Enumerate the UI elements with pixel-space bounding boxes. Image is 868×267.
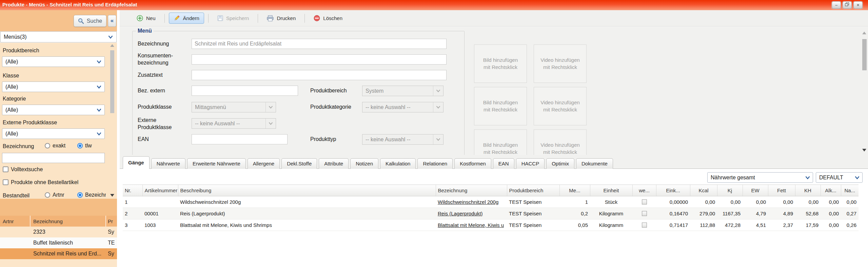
- bezeichnung-search-input[interactable]: [2, 153, 105, 163]
- produktbereich-dropdown[interactable]: System: [362, 86, 443, 96]
- col-nr[interactable]: Nr.: [123, 185, 142, 196]
- radio-tlw[interactable]: tlw: [77, 143, 92, 149]
- tab-allergene[interactable]: Allergene: [248, 158, 280, 169]
- cell-kcal: 0,00: [690, 196, 717, 208]
- tab-notizen[interactable]: Notizen: [350, 158, 378, 169]
- tab-kostformen[interactable]: Kostformen: [454, 158, 491, 169]
- result-row[interactable]: 2323 Sy: [0, 227, 117, 237]
- col-na[interactable]: Na...: [841, 185, 859, 196]
- ean-input[interactable]: [192, 134, 288, 144]
- bild-placeholder[interactable]: Bild hinzufügen mit Rechtsklick: [474, 44, 527, 83]
- col-bezeichnung[interactable]: Bezeichnung: [436, 185, 507, 196]
- panel-scrollbar[interactable]: [862, 31, 867, 152]
- row-checkbox[interactable]: [642, 211, 647, 216]
- table-row[interactable]: 2 00001 Reis (Lagerprodukt) Reis (Lagerp…: [123, 208, 859, 219]
- col-alk[interactable]: Alk...: [821, 185, 841, 196]
- radio-bezeichnung[interactable]: Bezeichn: [77, 192, 106, 198]
- label-externe-produktklasse: Externe Produktklasse: [138, 117, 189, 131]
- produktkategorie-dropdown[interactable]: -- keine Auswahl --: [362, 102, 443, 112]
- video-placeholder[interactable]: Video hinzufügen mit Rechtsklick: [534, 129, 587, 155]
- minimize-button[interactable]: –: [832, 1, 841, 9]
- bezeichnung-input[interactable]: [192, 39, 447, 49]
- scroll-down-icon[interactable]: [110, 194, 114, 197]
- edit-button[interactable]: Ändern: [169, 13, 204, 24]
- product-link[interactable]: Reis (Lagerprodukt): [438, 211, 483, 216]
- tab-relationen[interactable]: Relationen: [417, 158, 453, 169]
- close-button[interactable]: ×: [853, 1, 863, 9]
- checkbox-volltextsuche[interactable]: Volltextsuche: [3, 166, 43, 173]
- tab-dekl-stoffe[interactable]: Dekl.Stoffe: [281, 158, 317, 169]
- tab-optimix[interactable]: Optimix: [546, 158, 574, 169]
- bez-extern-input[interactable]: [192, 86, 298, 96]
- result-type-dropdown[interactable]: Menüs(3): [0, 31, 117, 42]
- table-row[interactable]: 3 1003 Blattsalat mit Melone, Kiwis und …: [123, 219, 859, 231]
- tab-erweiterte-naehrwerte[interactable]: Erweiterte Nährwerte: [187, 158, 246, 169]
- nutrition-view-dropdown[interactable]: Nährwerte gesamt: [707, 172, 813, 183]
- tab-gaenge[interactable]: Gänge: [123, 156, 150, 169]
- col-fett[interactable]: Fett: [768, 185, 795, 196]
- tab-ean[interactable]: EAN: [493, 158, 514, 169]
- results-col-bezeichnung[interactable]: Bezeichnung: [31, 216, 106, 227]
- results-col-produktbereich[interactable]: Pr: [106, 218, 117, 224]
- scroll-up-icon[interactable]: [862, 32, 866, 34]
- tab-dokumente[interactable]: Dokumente: [576, 158, 613, 169]
- cell-kj: 472,28: [717, 219, 743, 231]
- produktklasse-dropdown[interactable]: Mittagsmenü: [192, 102, 276, 112]
- externe-produktklasse-dropdown[interactable]: -- keine Auswahl --: [192, 118, 276, 129]
- tab-attribute[interactable]: Attribute: [319, 158, 349, 169]
- chevron-down-icon: [97, 108, 101, 112]
- delete-button-label: Löschen: [323, 15, 342, 21]
- restore-button[interactable]: [843, 1, 852, 9]
- save-button[interactable]: Speichern: [213, 13, 254, 23]
- video-placeholder[interactable]: Video hinzufügen mit Rechtsklick: [534, 87, 587, 125]
- radio-artnr[interactable]: Artnr: [45, 192, 64, 198]
- scroll-down-icon[interactable]: [862, 149, 866, 152]
- print-button[interactable]: Drucken: [262, 13, 300, 24]
- bild-placeholder[interactable]: Bild hinzufügen mit Rechtsklick: [474, 129, 527, 155]
- col-kcal[interactable]: Kcal: [690, 185, 717, 196]
- results-col-artnr[interactable]: Artnr: [0, 216, 31, 227]
- tab-naehrwerte[interactable]: Nährwerte: [151, 158, 185, 169]
- col-beschreibung[interactable]: Beschreibung: [178, 185, 436, 196]
- filter-select-externe-produktklasse[interactable]: (Alle): [2, 128, 105, 139]
- col-einkauf[interactable]: Eink...: [656, 185, 690, 196]
- filter-select-klasse[interactable]: (Alle): [2, 82, 105, 92]
- col-artikelnummer[interactable]: Artikelnummer: [142, 185, 178, 196]
- collapse-sidebar-button[interactable]: «: [108, 15, 116, 27]
- radio-exakt[interactable]: exakt: [45, 143, 65, 149]
- filter-select-produktbereich[interactable]: (Alle): [2, 56, 105, 67]
- col-menge[interactable]: Me...: [559, 185, 590, 196]
- row-checkbox[interactable]: [642, 222, 647, 228]
- zusatztext-input[interactable]: [192, 70, 447, 80]
- result-row-selected[interactable]: Schnitzel mit Reis und Erd... Sy: [0, 248, 117, 259]
- product-link[interactable]: Wildschweinschnitzel 200g: [438, 199, 498, 205]
- label-produktkategorie: Produktkategorie: [310, 104, 361, 111]
- checkbox-label: Produkte ohne Bestellartikel: [11, 179, 78, 185]
- scrollbar-thumb[interactable]: [862, 39, 867, 70]
- profile-dropdown[interactable]: DEFAULT: [816, 172, 863, 183]
- col-produktbereich[interactable]: Produktbereich: [507, 185, 559, 196]
- col-ew[interactable]: EW: [743, 185, 768, 196]
- tab-haccp[interactable]: HACCP: [516, 158, 545, 169]
- scroll-up-icon[interactable]: [110, 44, 114, 47]
- result-row[interactable]: Buffet Italienisch TE: [0, 237, 117, 248]
- video-placeholder[interactable]: Video hinzufügen mit Rechtsklick: [534, 44, 587, 83]
- table-row[interactable]: 1 Wildschweinschnitzel 200g Wildschweins…: [123, 196, 859, 208]
- col-kj[interactable]: Kj: [717, 185, 743, 196]
- tab-kalkulation[interactable]: Kalkulation: [380, 158, 416, 169]
- filter-select-kategorie[interactable]: (Alle): [2, 105, 105, 115]
- filter-scrollbar[interactable]: [110, 43, 115, 197]
- konsumentenbezeichnung-input[interactable]: [192, 54, 447, 65]
- checkbox-produkte-ohne-bestellartikel[interactable]: Produkte ohne Bestellartikel: [3, 179, 78, 185]
- search-button[interactable]: Suche: [74, 15, 106, 27]
- row-checkbox[interactable]: [642, 199, 647, 204]
- product-link[interactable]: Blattsalat mit Melone, Kiwis u: [438, 222, 504, 228]
- col-einheit[interactable]: Einheit: [590, 185, 632, 196]
- delete-button[interactable]: Löschen: [309, 13, 347, 24]
- bild-placeholder[interactable]: Bild hinzufügen mit Rechtsklick: [474, 87, 527, 125]
- col-wechselbar[interactable]: we...: [632, 185, 656, 196]
- col-kh[interactable]: KH: [795, 185, 821, 196]
- new-button[interactable]: Neu: [132, 13, 160, 24]
- scrollbar-thumb[interactable]: [110, 50, 114, 113]
- produkttyp-dropdown[interactable]: -- keine Auswahl --: [362, 134, 443, 145]
